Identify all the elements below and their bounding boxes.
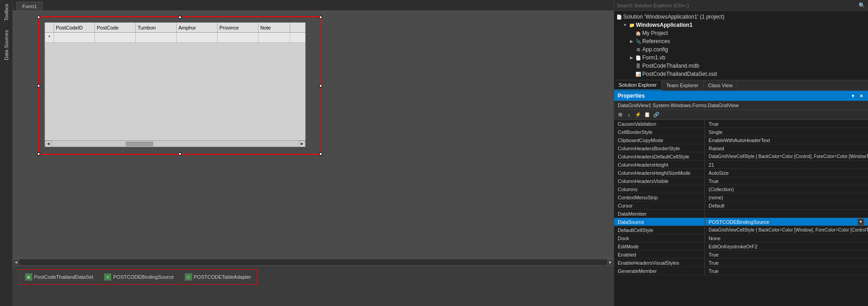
appconfig-label: App.config	[642, 46, 668, 53]
prop-colheaderdefault[interactable]: ColumnHeadersDefaultCellStyle DataGridVi…	[614, 153, 868, 161]
prop-name-columns: Columns	[614, 185, 705, 193]
prop-value-enabled: True	[705, 251, 868, 258]
handle-bm[interactable]	[179, 153, 181, 155]
prop-tool-events[interactable]: ⚡	[634, 111, 642, 119]
data-sources-tab[interactable]: Data Sources	[2, 26, 11, 64]
solution-search-bar: 🔍	[614, 0, 868, 11]
col-amphur: Amphur	[177, 23, 218, 32]
cell-0-4[interactable]	[218, 33, 258, 42]
prop-value-causes-validation: True	[705, 120, 868, 128]
prop-generatemember[interactable]: GenerateMember True	[614, 267, 868, 275]
prop-tool-grid[interactable]: ⊞	[616, 111, 624, 119]
handle-br[interactable]	[319, 153, 322, 155]
prop-cursor[interactable]: Cursor Default	[614, 202, 868, 210]
cell-0-5[interactable]	[258, 33, 290, 42]
tree-item-form1vb[interactable]: ▶ 📄 Form1.vb	[614, 54, 868, 62]
prop-datasource-input-area[interactable]: ▼	[709, 218, 864, 226]
datagrid-view[interactable]: PostCodeID PostCode Tumbon Amphur Provin…	[45, 22, 306, 147]
hscroll-thumb[interactable]	[126, 142, 153, 146]
prop-colheaderborder[interactable]: ColumnHeadersBorderStyle Raised	[614, 144, 868, 153]
col-postcode: PostCode	[95, 23, 136, 32]
expand-references[interactable]: ▶	[629, 39, 634, 44]
form1-tab[interactable]: Form1	[16, 2, 43, 10]
row-indicator: *	[45, 33, 54, 42]
prop-datasource[interactable]: DataSource ▼	[614, 218, 868, 226]
prop-value-clipboard: EnableWithAutoHeaderText	[705, 136, 868, 144]
expand-form1vb[interactable]: ▶	[629, 55, 634, 60]
datagrid-new-row[interactable]: *	[45, 33, 305, 43]
properties-toolbar: ⊞ ↕ ⚡ 📋 🔗	[614, 110, 868, 120]
cell-0-1[interactable]	[95, 33, 136, 42]
prop-datamember[interactable]: DataMember	[614, 210, 868, 218]
main-hscroll-right[interactable]: ▶	[607, 259, 614, 266]
prop-dock[interactable]: Dock None	[614, 234, 868, 242]
handle-mr[interactable]	[319, 84, 322, 87]
toolbox-tab[interactable]: Toolbox	[2, 0, 11, 25]
properties-title: Properties	[618, 93, 645, 99]
prop-clipboard[interactable]: ClipboardCopyMode EnableWithAutoHeaderTe…	[614, 136, 868, 144]
main-hscroll[interactable]: ◀ ▶	[13, 259, 614, 265]
prop-editmode[interactable]: EditMode EditOnKeystrokeOrF2	[614, 242, 868, 251]
handle-ml[interactable]	[37, 84, 40, 87]
main-hscroll-track[interactable]	[19, 260, 607, 265]
prop-value-columns: (Collection)	[705, 185, 868, 193]
prop-columns[interactable]: Columns (Collection)	[614, 185, 868, 193]
tree-item-references[interactable]: ▶ 📎 References	[614, 37, 868, 45]
prop-enableheaders[interactable]: EnableHeadersVisualStyles True	[614, 259, 868, 267]
datagrid-hscroll[interactable]: ◀ ▶	[45, 140, 305, 147]
table-adapter-icon: ⊡	[185, 273, 192, 281]
project-icon: 📁	[629, 22, 635, 28]
handle-tl[interactable]	[37, 16, 40, 19]
tree-item-solution[interactable]: 📄 Solution 'WindowsApplication1' (1 proj…	[614, 13, 868, 21]
cell-0-2[interactable]	[136, 33, 177, 42]
hscroll-track[interactable]	[51, 142, 299, 146]
tree-item-project[interactable]: ▼ 📁 WindowsApplication1	[614, 21, 868, 29]
prop-close-btn[interactable]: ✕	[858, 93, 864, 99]
prop-tool-props[interactable]: 📋	[643, 111, 651, 119]
handle-tr[interactable]	[319, 16, 322, 19]
hscroll-right[interactable]: ▶	[299, 141, 305, 147]
xsd-icon: 📊	[635, 71, 641, 77]
form-canvas[interactable]: PostCodeID PostCode Tumbon Amphur Provin…	[13, 11, 614, 259]
tree-item-xsd[interactable]: ▶ 📊 PostCodeThailandDataSet.xsd	[614, 70, 868, 78]
prop-causes-validation[interactable]: CausesValidation True	[614, 120, 868, 128]
solution-search-input[interactable]	[617, 3, 858, 8]
prop-colheaderheightmode[interactable]: ColumnHeadersHeightSizeMode AutoSize	[614, 169, 868, 177]
table-adapter-component[interactable]: ⊡ POSTCODETableAdapter	[183, 272, 253, 281]
prop-value-datasource[interactable]: ▼	[705, 218, 868, 226]
prop-enabled[interactable]: Enabled True	[614, 251, 868, 259]
binding-source-component[interactable]: ⊞ POSTCODEBindingSource	[102, 272, 175, 281]
expand-project[interactable]: ▼	[622, 22, 628, 28]
prop-colheadervisible[interactable]: ColumnHeadersVisible True	[614, 177, 868, 185]
prop-datasource-input[interactable]	[709, 219, 856, 225]
prop-name-colheaderheight: ColumnHeadersHeight	[614, 161, 705, 168]
cell-0-0[interactable]	[54, 33, 95, 42]
prop-datasource-dropdown[interactable]: ▼	[857, 218, 864, 226]
handle-bl[interactable]	[37, 153, 40, 155]
properties-header: Properties ▼ ✕	[614, 91, 868, 101]
search-icon[interactable]: 🔍	[858, 2, 865, 9]
prop-colheaderheight[interactable]: ColumnHeadersHeight 21	[614, 161, 868, 169]
cell-0-3[interactable]	[177, 33, 218, 42]
dataset-component[interactable]: ▣ PostCodeThailandDataSet	[23, 272, 95, 281]
prop-value-colheaderheightmode: AutoSize	[705, 169, 868, 177]
prop-name-defaultcellstyle: DefaultCellStyle	[614, 226, 705, 234]
properties-object-name: DataGridView1 System.Windows.Forms.DataG…	[614, 101, 868, 110]
references-icon: 📎	[635, 38, 641, 44]
prop-cellborder[interactable]: CellBorderStyle Single	[614, 128, 868, 136]
left-sidebar: Toolbox Data Sources	[0, 0, 13, 306]
tab-class-view[interactable]: Class View	[704, 80, 738, 90]
tab-solution-explorer[interactable]: Solution Explorer	[614, 80, 662, 90]
tree-item-myproject[interactable]: ▶ 🏠 My Project	[614, 29, 868, 37]
handle-tm[interactable]	[179, 16, 181, 19]
prop-contextmenu[interactable]: ContextMenuStrip (none)	[614, 193, 868, 202]
tab-team-explorer[interactable]: Team Explorer	[662, 80, 704, 90]
prop-defaultcellstyle[interactable]: DefaultCellStyle DataGridViewCellStyle {…	[614, 226, 868, 234]
tree-item-appconfig[interactable]: ▶ ⚙ App.config	[614, 45, 868, 54]
tree-item-mdb[interactable]: ▶ 🗄 PostCodeThailand.mdb	[614, 62, 868, 70]
hscroll-left[interactable]: ◀	[45, 141, 51, 147]
main-hscroll-left[interactable]: ◀	[13, 259, 19, 266]
prop-tool-link[interactable]: 🔗	[652, 111, 660, 119]
prop-pin-btn[interactable]: ▼	[850, 93, 856, 99]
prop-tool-sort[interactable]: ↕	[625, 111, 633, 119]
